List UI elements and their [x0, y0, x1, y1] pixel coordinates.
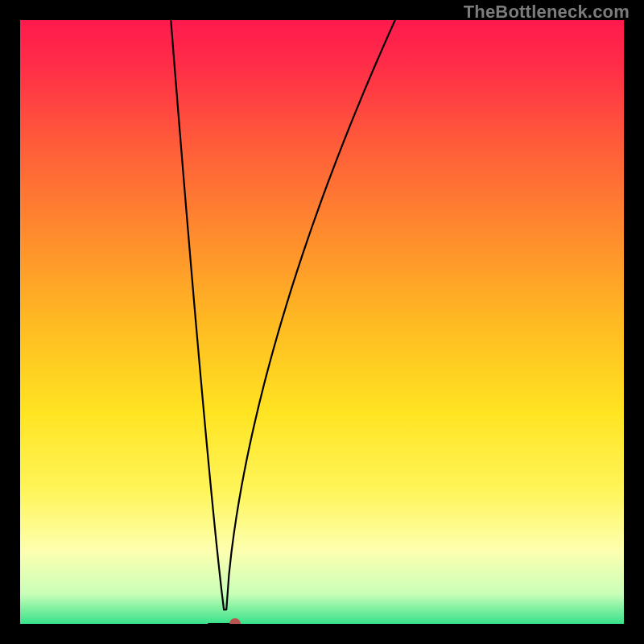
chart-frame: { "watermark": "TheBottleneck.com", "cha… — [0, 0, 644, 644]
minimum-marker — [229, 618, 241, 630]
gradient-background — [20, 20, 624, 624]
bottleneck-chart — [0, 0, 644, 644]
watermark-text: TheBottleneck.com — [464, 2, 630, 23]
